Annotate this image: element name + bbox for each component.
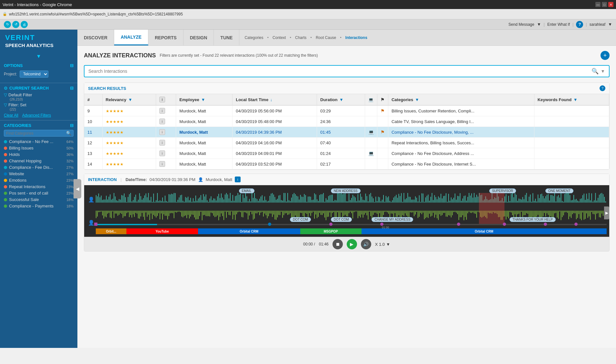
category-item-6[interactable]: Emotions 23%	[4, 178, 74, 183]
back-icon[interactable]: ↺	[12, 21, 19, 28]
svg-rect-362	[558, 195, 559, 203]
category-item-2[interactable]: Holds 36%	[4, 152, 74, 157]
category-item-8[interactable]: Pos sent - end of call 23%	[4, 191, 74, 196]
categories-list: Compliance - No Fee ... 64% Billing Issu…	[4, 139, 74, 208]
help-icon[interactable]: ?	[576, 21, 583, 28]
interaction-info-btn[interactable]: i	[235, 177, 241, 182]
svg-rect-155	[294, 193, 294, 203]
play-btn[interactable]: ▶	[347, 239, 357, 249]
row-info-btn-0[interactable]: i	[159, 108, 165, 114]
col-duration[interactable]: Duration ▼	[317, 94, 365, 105]
sidebar-arrow[interactable]: ▼	[0, 53, 77, 59]
category-item-9[interactable]: Successful Sale 18%	[4, 197, 74, 202]
col-start-time[interactable]: Local Start Time ↓	[233, 94, 317, 105]
category-item-10[interactable]: Compliance - Payments 18%	[4, 204, 74, 208]
send-message-link[interactable]: Send Message	[509, 22, 534, 27]
volume-btn[interactable]: 🔊	[361, 239, 371, 249]
category-item-5[interactable]: Website 27%	[4, 171, 74, 176]
add-button[interactable]: +	[601, 51, 610, 60]
search-dropdown-arrow[interactable]: ▼	[601, 69, 605, 74]
keyword-supervisor[interactable]: SUPERVISOR	[489, 188, 516, 193]
user-menu[interactable]: sarahleaf	[590, 22, 605, 27]
table-row-3[interactable]: 12 ★★★★★ i Murdock, Matt 04/30/2019 04:1…	[84, 138, 609, 148]
row-info-btn-3[interactable]: i	[159, 140, 165, 146]
keyword-dot-com-1[interactable]: DOT COM	[290, 217, 311, 222]
link-root-cause[interactable]: Root Cause	[316, 35, 336, 40]
keyword-email[interactable]: EMAIL	[239, 188, 254, 193]
speed-dropdown-arrow[interactable]: ▼	[386, 242, 390, 247]
keyword-dot-com-2[interactable]: DOT COM	[331, 217, 352, 222]
category-item-1[interactable]: Billing Issues 50%	[4, 146, 74, 150]
print-icon[interactable]: 🖨	[21, 21, 28, 28]
col-employee[interactable]: Employee ▼	[176, 94, 233, 105]
results-help-icon[interactable]: ?	[600, 85, 605, 91]
table-row-1[interactable]: 10 ★★★★★ i Murdock, Matt 04/30/2019 05:4…	[84, 116, 609, 127]
link-interactions[interactable]: Interactions	[345, 35, 367, 40]
category-item-3[interactable]: Channel Hopping 32%	[4, 158, 74, 163]
user-dropdown-arrow[interactable]: ▼	[608, 22, 612, 27]
waveform-main[interactable]: EMAIL NEW ADDRESS SUPERVISOR ONE MOMENT	[96, 188, 607, 234]
category-item-7[interactable]: Repeat Interactions 23%	[4, 184, 74, 189]
svg-rect-675	[447, 211, 448, 217]
stop-btn[interactable]: ⏹	[333, 239, 343, 249]
table-row-4[interactable]: 13 ★★★★★ i Murdock, Matt 04/30/2019 04:0…	[84, 148, 609, 159]
col-info-btn[interactable]: i	[159, 97, 165, 102]
title-bar-text: Verint - Interactions - Google Chrome	[3, 2, 72, 7]
link-charts[interactable]: Charts	[295, 35, 306, 40]
svg-rect-288	[463, 196, 464, 203]
svg-rect-167	[309, 196, 310, 203]
col-relevancy[interactable]: Relevancy ▼	[102, 94, 156, 105]
clear-all-link[interactable]: Clear All	[4, 113, 18, 118]
nav-discover[interactable]: DISCOVER	[77, 30, 114, 45]
svg-rect-188	[336, 200, 336, 203]
categories-search-input[interactable]	[6, 131, 65, 136]
link-categories[interactable]: Categories	[244, 35, 263, 40]
svg-rect-384	[586, 194, 587, 203]
categories-search-bar[interactable]: 🔍	[4, 130, 74, 137]
employee-value: Murdock, Matt	[206, 177, 232, 182]
table-row-5[interactable]: 14 ★★★★★ i Murdock, Matt 04/30/2019 03:5…	[84, 159, 609, 169]
svg-rect-59	[171, 194, 172, 203]
table-row-2[interactable]: 11 ★★★★★ i Murdock, Matt 04/30/2019 04:3…	[84, 127, 609, 138]
nav-reports[interactable]: REPORTS	[148, 30, 184, 45]
categories-collapse[interactable]: ⊟	[70, 123, 74, 128]
advanced-filters-link[interactable]: Advanced Filters	[22, 113, 51, 118]
search-input[interactable]	[88, 69, 591, 74]
nav-analyze[interactable]: ANALYZE	[114, 30, 148, 45]
svg-rect-281	[455, 194, 455, 203]
col-keywords[interactable]: Keywords Found ▼	[534, 94, 609, 105]
current-search-collapse[interactable]: ⊟	[70, 86, 74, 91]
keyword-thanks[interactable]: THANKS FOR YOUR HELP	[510, 217, 556, 222]
sidebar-collapse-handle[interactable]: ◀	[74, 179, 81, 198]
category-item-4[interactable]: Compliance - Fee Dis... 27%	[4, 165, 74, 170]
svg-rect-777	[577, 211, 578, 218]
col-categories[interactable]: Categories ▼	[388, 94, 534, 105]
svg-rect-96	[218, 194, 219, 203]
row-info-btn-1[interactable]: i	[159, 119, 165, 124]
keyword-one-moment[interactable]: ONE MOMENT	[545, 188, 573, 193]
options-collapse-icon[interactable]: ⊟	[70, 63, 74, 68]
svg-rect-493	[214, 211, 215, 217]
project-select[interactable]: Telcomind	[20, 71, 48, 78]
enter-what-if-link[interactable]: Enter What If	[547, 22, 570, 27]
close-btn[interactable]: ✕	[608, 2, 613, 7]
search-submit-icon[interactable]: 🔍	[591, 68, 599, 75]
table-row-0[interactable]: 9 ★★★★★ i Murdock, Matt 04/30/2019 05:56…	[84, 105, 609, 116]
nav-tune[interactable]: TUNE	[214, 30, 239, 45]
maximize-btn[interactable]: □	[602, 2, 607, 7]
minimize-btn[interactable]: —	[595, 2, 601, 7]
keyword-change-address[interactable]: CHANGE MY ADDRESS	[372, 217, 413, 222]
svg-rect-545	[281, 211, 282, 212]
svg-rect-525	[255, 211, 256, 213]
cell-keywords-2	[534, 127, 609, 138]
nav-design[interactable]: DESIGN	[184, 30, 214, 45]
row-info-btn-5[interactable]: i	[159, 161, 165, 167]
row-info-btn-4[interactable]: i	[159, 150, 165, 156]
category-item-0[interactable]: Compliance - No Fee ... 64%	[4, 139, 74, 144]
row-info-btn-2[interactable]: i	[159, 129, 165, 135]
link-context[interactable]: Context	[273, 35, 286, 40]
timeline-track[interactable]: 01:00	[96, 224, 607, 225]
refresh-icon[interactable]: ↻	[4, 21, 11, 28]
waveform-collapse-btn[interactable]: ▶	[604, 206, 609, 219]
keyword-new-address[interactable]: NEW ADDRESS	[331, 188, 361, 193]
